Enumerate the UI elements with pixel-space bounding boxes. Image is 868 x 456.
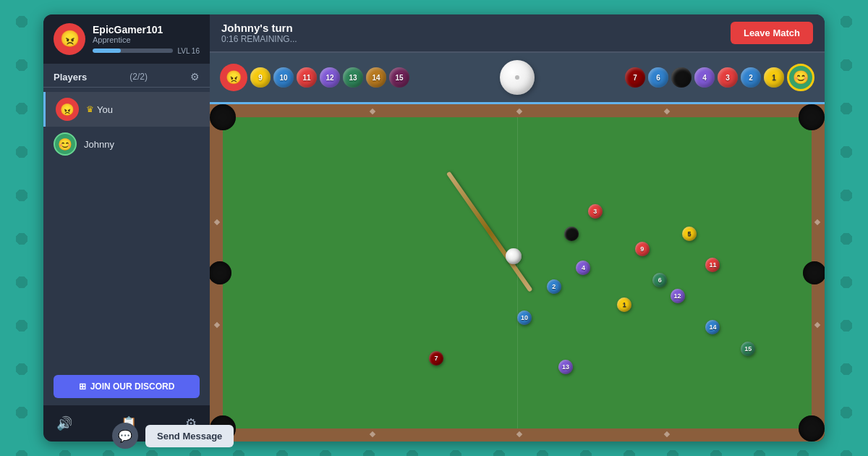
tb-12: 11 bbox=[705, 258, 720, 272]
ball-10: 10 bbox=[273, 67, 294, 88]
ball-2: 2 bbox=[741, 67, 761, 88]
diamond-r2 bbox=[814, 322, 820, 328]
xp-bar-container: LVL 16 bbox=[93, 47, 200, 55]
pool-table[interactable]: 3 2 1 4 9 10 6 5 12 14 11 15 7 13 bbox=[210, 104, 825, 442]
filter-icon[interactable]: ⚙ bbox=[190, 71, 200, 83]
ball-9: 9 bbox=[250, 67, 271, 88]
pocket-bottom-right bbox=[799, 415, 825, 442]
discord-icon: ⊞ bbox=[79, 381, 86, 392]
diamond-t1 bbox=[369, 109, 375, 114]
player-list: 😠 ♛ You 😊 Johnny bbox=[43, 88, 210, 368]
diamond-t2 bbox=[516, 109, 522, 114]
tb-7: 10 bbox=[517, 311, 532, 325]
players-count: (2/2) bbox=[129, 72, 148, 82]
tb-4 bbox=[564, 227, 579, 241]
pocket-mid-right bbox=[803, 261, 825, 284]
players-label: Players bbox=[54, 72, 87, 83]
diamond-l2 bbox=[214, 322, 220, 328]
ball-14: 14 bbox=[366, 67, 386, 88]
player1-balls: 😠 9 10 11 12 13 14 15 bbox=[220, 64, 409, 91]
diamond-b2 bbox=[516, 431, 522, 437]
player2-score-avatar: 😊 bbox=[787, 64, 814, 91]
game-area: Johnny's turn 0:16 REMAINING... Leave Ma… bbox=[210, 14, 825, 442]
send-message-button[interactable]: Send Message bbox=[145, 425, 234, 447]
ball-7: 7 bbox=[625, 67, 645, 88]
username: EpicGamer101 bbox=[93, 24, 200, 35]
xp-bar bbox=[93, 48, 173, 53]
user-info: EpicGamer101 Apprentice LVL 16 bbox=[93, 24, 200, 55]
ball-15: 15 bbox=[389, 67, 409, 88]
turn-info: Johnny's turn 0:16 REMAINING... bbox=[221, 22, 297, 44]
tb-14: 7 bbox=[429, 351, 443, 366]
player-avatar-johnny: 😊 bbox=[54, 132, 77, 156]
tb-2: 2 bbox=[547, 279, 561, 294]
cue-dot bbox=[515, 75, 519, 80]
diamond-l1 bbox=[214, 219, 220, 225]
diamond-r1 bbox=[814, 219, 820, 225]
ball-12: 12 bbox=[320, 67, 340, 88]
ball-13: 13 bbox=[343, 67, 363, 88]
pocket-top-left bbox=[210, 104, 236, 130]
ball-1: 1 bbox=[764, 67, 784, 88]
discord-button[interactable]: ⊞ JOIN OUR DISCORD bbox=[54, 375, 200, 398]
diamond-b3 bbox=[663, 431, 669, 437]
xp-fill bbox=[93, 48, 121, 53]
cue-ball bbox=[500, 60, 535, 95]
chat-icon[interactable]: 💬 bbox=[112, 423, 138, 449]
player2-balls: 7 6 4 3 2 1 😊 bbox=[625, 64, 814, 91]
ball-6: 6 bbox=[648, 67, 668, 88]
player-name-johnny: Johnny bbox=[84, 139, 114, 150]
ball-11: 11 bbox=[297, 67, 317, 88]
ball-3: 3 bbox=[718, 67, 738, 88]
message-bar: 💬 Send Message bbox=[112, 423, 234, 449]
user-rank: Apprentice bbox=[93, 35, 200, 44]
volume-icon[interactable]: 🔊 bbox=[54, 413, 75, 434]
player-item-you[interactable]: 😠 ♛ You bbox=[43, 92, 210, 127]
leave-match-button[interactable]: Leave Match bbox=[731, 22, 813, 44]
player-avatar-you: 😠 bbox=[56, 98, 79, 121]
main-container: 😠 EpicGamer101 Apprentice LVL 16 Players… bbox=[43, 14, 825, 442]
game-header: Johnny's turn 0:16 REMAINING... Leave Ma… bbox=[210, 14, 825, 53]
user-avatar: 😠 bbox=[54, 23, 85, 55]
sidebar-header: 😠 EpicGamer101 Apprentice LVL 16 bbox=[43, 14, 210, 64]
players-section: Players (2/2) ⚙ bbox=[43, 64, 210, 88]
pocket-top-right bbox=[799, 104, 825, 130]
turn-label: Johnny's turn bbox=[221, 22, 297, 34]
player-name-you: ♛ You bbox=[86, 104, 113, 115]
crown-icon: ♛ bbox=[86, 104, 94, 114]
turn-timer: 0:16 REMAINING... bbox=[221, 34, 297, 44]
pool-table-wrapper: 3 2 1 4 9 10 6 5 12 14 11 15 7 13 bbox=[210, 104, 825, 442]
level-text: LVL 16 bbox=[177, 47, 200, 55]
tb-6: 9 bbox=[635, 242, 650, 256]
tb-13: 15 bbox=[741, 342, 755, 356]
table-cue-ball bbox=[506, 248, 522, 264]
tb-1: 3 bbox=[588, 204, 603, 219]
ball-4: 4 bbox=[694, 67, 715, 88]
tb-11: 14 bbox=[705, 320, 720, 334]
scores-bar: 😠 9 10 11 12 13 14 15 7 6 4 3 2 1 bbox=[210, 53, 825, 104]
ball-8-black bbox=[671, 67, 692, 88]
player-item-johnny[interactable]: 😊 Johnny bbox=[43, 127, 210, 161]
diamond-t3 bbox=[663, 109, 669, 114]
tb-9: 5 bbox=[682, 227, 697, 241]
diamond-b1 bbox=[369, 431, 375, 437]
tb-10: 12 bbox=[671, 289, 685, 303]
sidebar: 😠 EpicGamer101 Apprentice LVL 16 Players… bbox=[43, 14, 210, 442]
player1-score-avatar: 😠 bbox=[220, 64, 247, 91]
